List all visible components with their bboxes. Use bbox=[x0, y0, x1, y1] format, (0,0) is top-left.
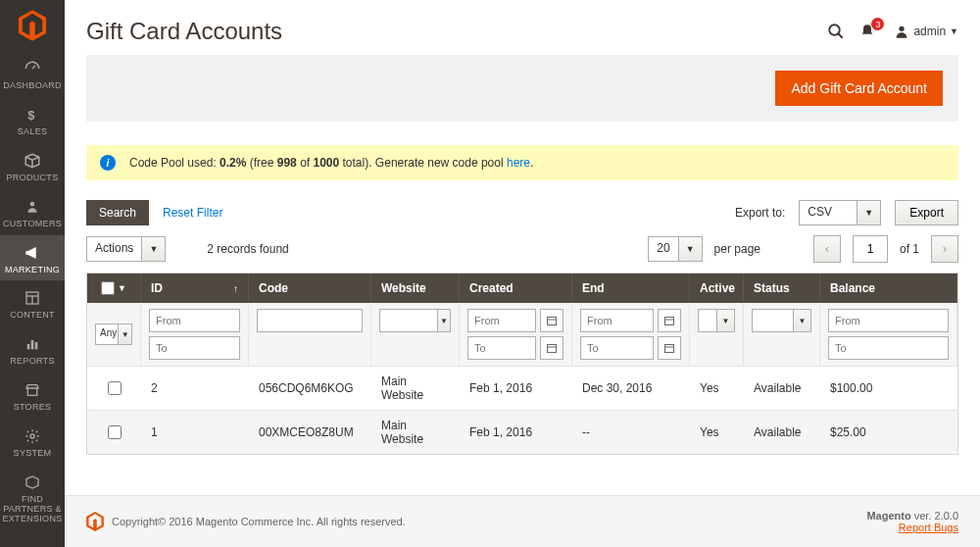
magento-logo[interactable] bbox=[0, 0, 65, 51]
filter-balance-to[interactable] bbox=[828, 336, 949, 360]
notifications-icon[interactable]: 3 bbox=[855, 23, 880, 40]
svg-rect-12 bbox=[548, 318, 557, 325]
col-created[interactable]: Created bbox=[460, 274, 572, 303]
export-button[interactable]: Export bbox=[895, 200, 958, 225]
reset-filter-link[interactable]: Reset Filter bbox=[163, 206, 222, 220]
filter-id-from[interactable] bbox=[149, 309, 240, 332]
filter-created-from[interactable] bbox=[467, 309, 536, 332]
col-end[interactable]: End bbox=[572, 274, 690, 303]
nav-stores[interactable]: STORES bbox=[0, 373, 65, 419]
notification-badge: 3 bbox=[871, 18, 884, 30]
row-status: Available bbox=[744, 411, 820, 454]
grid-toolbar-1: Search Reset Filter Export to: CSV▼ Expo… bbox=[86, 200, 958, 225]
export-format-select[interactable]: CSV▼ bbox=[799, 200, 881, 225]
user-icon bbox=[894, 24, 909, 39]
row-code: 056CDQ6M6KOG bbox=[249, 367, 371, 410]
dollar-icon: $ bbox=[2, 105, 63, 124]
nav-label: STORES bbox=[2, 403, 63, 413]
action-bar: Add Gift Card Account bbox=[86, 55, 958, 122]
row-checkbox[interactable] bbox=[108, 425, 122, 439]
svg-text:$: $ bbox=[27, 108, 34, 123]
grid-header: ▼ ID↑ Code Website Created End Active St… bbox=[87, 274, 957, 303]
user-menu[interactable]: admin▼ bbox=[894, 24, 958, 39]
nav-marketing[interactable]: MARKETING bbox=[0, 235, 65, 281]
calendar-icon[interactable] bbox=[658, 336, 681, 360]
svg-rect-14 bbox=[548, 345, 557, 353]
of-pages: of 1 bbox=[900, 242, 919, 256]
filter-status[interactable]: ▼ bbox=[752, 309, 811, 332]
admin-sidebar: DASHBOARD $SALES PRODUCTS CUSTOMERS MARK… bbox=[0, 0, 65, 547]
page-title: Gift Card Accounts bbox=[86, 18, 817, 45]
records-found: 2 records found bbox=[207, 242, 288, 256]
grid-toolbar-2: Actions▼ 2 records found 20▼ per page ‹ … bbox=[86, 235, 958, 263]
filter-website[interactable]: ▼ bbox=[379, 309, 451, 332]
table-row[interactable]: 2 056CDQ6M6KOG Main Website Feb 1, 2016 … bbox=[87, 366, 957, 410]
megaphone-icon bbox=[2, 243, 63, 263]
svg-rect-16 bbox=[665, 318, 674, 325]
filter-end-to[interactable] bbox=[580, 336, 654, 360]
row-created: Feb 1, 2016 bbox=[460, 367, 572, 410]
nav-label: SALES bbox=[2, 127, 63, 137]
gear-icon bbox=[2, 426, 63, 446]
nav-system[interactable]: SYSTEM bbox=[0, 419, 65, 465]
row-id: 2 bbox=[141, 367, 249, 410]
add-gift-card-button[interactable]: Add Gift Card Account bbox=[775, 71, 943, 106]
filter-end-from[interactable] bbox=[580, 309, 654, 332]
search-button[interactable]: Search bbox=[86, 200, 149, 225]
next-page-button[interactable]: › bbox=[931, 235, 958, 263]
copyright: Copyright© 2016 Magento Commerce Inc. Al… bbox=[112, 516, 406, 527]
page-header: Gift Card Accounts 3 admin▼ bbox=[65, 0, 980, 55]
page-size-select[interactable]: 20▼ bbox=[648, 236, 702, 262]
col-id[interactable]: ID↑ bbox=[141, 274, 249, 303]
filter-active[interactable]: ▼ bbox=[698, 309, 735, 332]
svg-line-10 bbox=[839, 33, 844, 38]
filter-code[interactable] bbox=[257, 309, 363, 332]
calendar-icon[interactable] bbox=[658, 309, 681, 332]
nav-sales[interactable]: $SALES bbox=[0, 97, 65, 143]
filter-any-select[interactable]: Any▼ bbox=[95, 323, 132, 345]
row-end: -- bbox=[572, 411, 690, 454]
generate-pool-link[interactable]: here bbox=[507, 156, 530, 170]
nav-customers[interactable]: CUSTOMERS bbox=[0, 189, 65, 235]
svg-rect-6 bbox=[31, 340, 34, 349]
filter-id-to[interactable] bbox=[149, 336, 240, 360]
calendar-icon[interactable] bbox=[540, 336, 564, 360]
data-grid: ▼ ID↑ Code Website Created End Active St… bbox=[86, 273, 958, 455]
svg-point-9 bbox=[830, 25, 841, 35]
main-content: Gift Card Accounts 3 admin▼ Add Gift Car… bbox=[65, 0, 980, 547]
info-icon: i bbox=[100, 155, 116, 171]
row-status: Available bbox=[744, 367, 820, 410]
search-icon[interactable] bbox=[823, 23, 849, 40]
select-all-checkbox[interactable] bbox=[101, 281, 115, 295]
row-id: 1 bbox=[141, 411, 249, 454]
code-pool-notice: i Code Pool used: 0.2% (free 998 of 1000… bbox=[86, 145, 958, 180]
actions-select[interactable]: Actions▼ bbox=[86, 236, 166, 262]
nav-reports[interactable]: REPORTS bbox=[0, 326, 65, 373]
nav-dashboard[interactable]: DASHBOARD bbox=[0, 51, 65, 97]
page-input[interactable] bbox=[853, 235, 888, 263]
col-balance[interactable]: Balance bbox=[820, 274, 957, 303]
row-checkbox[interactable] bbox=[108, 381, 122, 395]
chevron-down-icon[interactable]: ▼ bbox=[118, 283, 126, 293]
nav-products[interactable]: PRODUCTS bbox=[0, 143, 65, 189]
report-bugs-link[interactable]: Report Bugs bbox=[899, 522, 958, 533]
nav-label: MARKETING bbox=[2, 266, 63, 275]
filter-balance-from[interactable] bbox=[828, 309, 949, 332]
nav-content[interactable]: CONTENT bbox=[0, 280, 65, 326]
svg-point-11 bbox=[900, 26, 905, 31]
notice-text: Code Pool used: 0.2% (free 998 of 1000 t… bbox=[129, 156, 533, 170]
nav-partners[interactable]: FIND PARTNERS & EXTENSIONS bbox=[0, 465, 65, 530]
prev-page-button[interactable]: ‹ bbox=[813, 235, 841, 263]
nav-label: CONTENT bbox=[2, 311, 63, 321]
box-icon bbox=[2, 151, 63, 171]
row-active: Yes bbox=[690, 367, 744, 410]
col-active[interactable]: Active bbox=[690, 274, 744, 303]
col-code[interactable]: Code bbox=[249, 274, 371, 303]
page-footer: Copyright© 2016 Magento Commerce Inc. Al… bbox=[65, 495, 980, 547]
filter-created-to[interactable] bbox=[467, 336, 536, 360]
table-row[interactable]: 1 00XMCEO8Z8UM Main Website Feb 1, 2016 … bbox=[87, 410, 957, 454]
calendar-icon[interactable] bbox=[540, 309, 564, 332]
col-website[interactable]: Website bbox=[371, 274, 460, 303]
chevron-down-icon: ▼ bbox=[864, 208, 873, 218]
col-status[interactable]: Status bbox=[744, 274, 820, 303]
